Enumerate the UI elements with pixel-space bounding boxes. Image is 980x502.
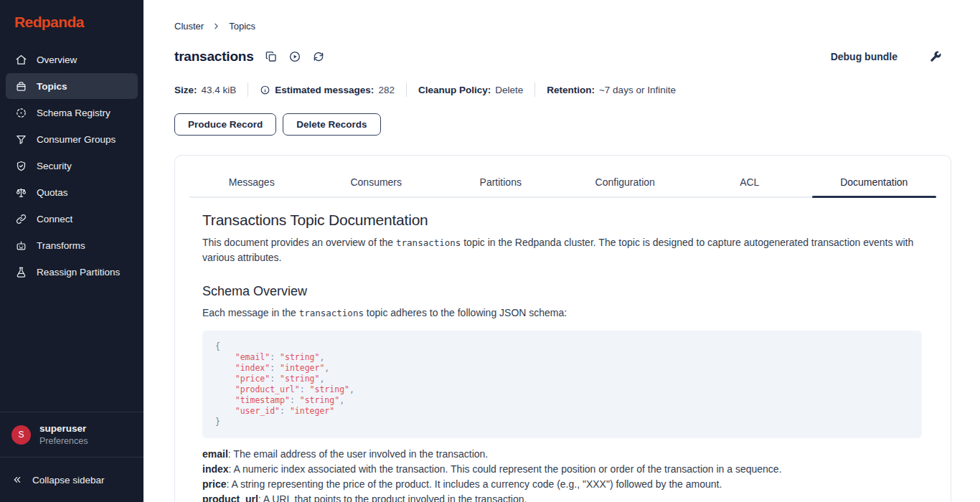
sidebar-item-overview[interactable]: Overview (6, 47, 138, 72)
home-icon (15, 54, 27, 66)
field-description-product_url: product_url: A URL that points to the pr… (202, 492, 922, 502)
inline-code: transactions (396, 237, 461, 248)
play-circle-icon[interactable] (288, 50, 301, 63)
stat-cleanup-policy: Cleanup Policy:Delete (418, 85, 523, 95)
sidebar-item-schema-registry[interactable]: Schema Registry (6, 100, 138, 126)
schema-code-block: { "email": "string", "index": "integer",… (202, 331, 922, 438)
sidebar-item-label: Quotas (37, 187, 68, 198)
doc-intro: This document provides an overview of th… (202, 235, 922, 265)
sidebar-bottom: S superuser Preferences Collapse sidebar (0, 412, 143, 502)
field-description-price: price: A string representing the price o… (202, 477, 922, 492)
topic-title-row: transactions Debug bundle (174, 49, 951, 65)
flask-icon (15, 266, 27, 278)
breadcrumb-topics[interactable]: Topics (229, 21, 255, 32)
stat-label: Cleanup Policy: (418, 85, 491, 95)
stats-divider (534, 82, 535, 97)
field-descriptions: email: The email address of the user inv… (202, 447, 922, 502)
sidebar-item-quotas[interactable]: Quotas (6, 179, 138, 205)
sidebar-item-label: Reassign Partitions (37, 267, 120, 278)
tab-documentation[interactable]: Documentation (812, 172, 937, 196)
stat-value: Delete (495, 85, 523, 95)
sidebar-item-label: Topics (37, 81, 67, 92)
sidebar-nav: OverviewTopicsSchema RegistryConsumer Gr… (0, 40, 143, 412)
sidebar-item-label: Connect (37, 214, 72, 224)
page-title: transactions (174, 49, 254, 65)
stat-retention: Retention:~7 days or Infinite (547, 85, 676, 95)
info-circle-icon (260, 85, 270, 95)
debug-bundle: Debug bundle (831, 50, 951, 63)
scale-icon (15, 186, 27, 199)
stat-value: 282 (378, 85, 395, 95)
main-content: Cluster Topics transactions Debug bundle… (143, 0, 980, 502)
user-profile[interactable]: S superuser Preferences (0, 412, 143, 458)
stat-estimated-messages: Estimated messages:282 (260, 85, 395, 95)
tab-partitions[interactable]: Partitions (438, 172, 563, 196)
field-description-index: index: A numeric index associated with t… (202, 462, 922, 477)
tab-messages[interactable]: Messages (189, 172, 314, 196)
topic-stats-row: Size:43.4 kiBEstimated messages:282Clean… (174, 82, 951, 97)
schema-registry-icon (15, 107, 27, 119)
schema-overview-heading: Schema Overview (202, 284, 922, 299)
inline-code: transactions (299, 308, 364, 318)
debug-bundle-link[interactable]: Debug bundle (831, 51, 897, 62)
topic-actions: Produce Record Delete Records (174, 113, 951, 136)
doc-title: Transactions Topic Documentation (202, 212, 922, 229)
tab-consumers[interactable]: Consumers (314, 172, 439, 196)
sidebar-item-label: Consumer Groups (37, 134, 116, 145)
tab-configuration[interactable]: Configuration (563, 172, 688, 196)
documentation-panel: Transactions Topic Documentation This do… (189, 198, 936, 502)
copy-icon[interactable] (265, 50, 278, 63)
sidebar: Redpanda OverviewTopicsSchema RegistryCo… (0, 0, 143, 502)
sidebar-item-connect[interactable]: Connect (6, 206, 138, 232)
topics-box-icon (15, 80, 27, 93)
sidebar-item-transforms[interactable]: Transforms (6, 232, 138, 258)
delete-records-button[interactable]: Delete Records (283, 113, 380, 136)
user-preferences-link[interactable]: Preferences (39, 436, 88, 446)
stat-label: Estimated messages: (275, 85, 374, 95)
breadcrumb-cluster[interactable]: Cluster (174, 21, 204, 32)
collapse-sidebar-label: Collapse sidebar (32, 475, 105, 486)
stat-label: Size: (174, 85, 197, 95)
sidebar-item-security[interactable]: Security (6, 153, 138, 179)
redpanda-logo[interactable]: Redpanda (0, 0, 143, 40)
sidebar-item-consumer-groups[interactable]: Consumer Groups (6, 126, 138, 152)
link-icon (15, 213, 27, 225)
chevron-right-icon (212, 22, 221, 31)
sidebar-item-label: Overview (37, 55, 77, 65)
chevrons-left-icon (11, 474, 23, 486)
stat-value: ~7 days or Infinite (599, 85, 676, 95)
funnel-icon (15, 133, 27, 146)
sidebar-item-label: Security (37, 161, 72, 171)
sidebar-item-label: Schema Registry (37, 108, 110, 118)
sidebar-item-topics[interactable]: Topics (6, 73, 138, 99)
field-description-email: email: The email address of the user inv… (202, 447, 922, 462)
user-name: superuser (39, 423, 88, 434)
refresh-icon[interactable] (312, 50, 325, 63)
stats-divider (248, 82, 248, 97)
shield-check-icon (15, 160, 27, 172)
breadcrumb: Cluster Topics (174, 21, 951, 32)
robot-icon (15, 240, 27, 252)
collapse-sidebar-button[interactable]: Collapse sidebar (0, 458, 143, 502)
tab-acl[interactable]: ACL (687, 172, 812, 196)
sidebar-item-reassign-partitions[interactable]: Reassign Partitions (6, 259, 138, 285)
topic-card: MessagesConsumersPartitionsConfiguration… (174, 155, 951, 502)
schema-intro-line: Each message in the transactions topic a… (202, 306, 922, 321)
stat-size: Size:43.4 kiB (174, 85, 236, 95)
wrench-icon[interactable] (929, 50, 942, 63)
produce-record-button[interactable]: Produce Record (174, 113, 276, 136)
stat-value: 43.4 kiB (202, 85, 237, 95)
stats-divider (406, 82, 407, 97)
sidebar-item-label: Transforms (37, 240, 85, 251)
topic-tabs: MessagesConsumersPartitionsConfiguration… (189, 172, 936, 198)
avatar: S (11, 425, 31, 445)
stat-label: Retention: (547, 85, 595, 95)
